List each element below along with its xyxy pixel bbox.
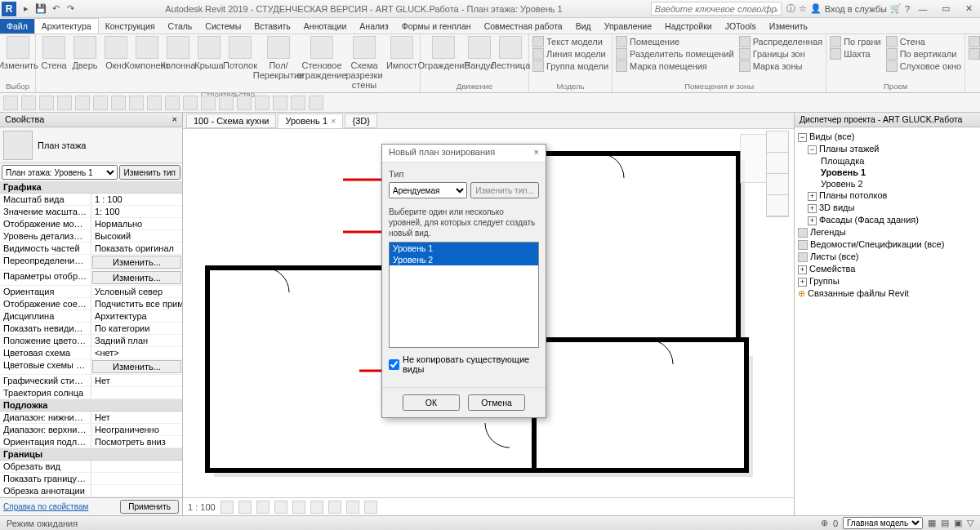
property-row[interactable]: Цветовые схемы сист…Изменить... xyxy=(0,359,182,375)
browser-tree[interactable]: −Виды (все) −Планы этажей Площадка Урове… xyxy=(795,127,980,515)
tab-manage[interactable]: Управление xyxy=(598,19,658,33)
tree-item[interactable]: Площадка xyxy=(798,155,977,167)
tab-structure[interactable]: Конструкция xyxy=(99,19,162,33)
nav-icon[interactable] xyxy=(767,174,788,195)
vertical-button[interactable]: По вертикали xyxy=(886,48,962,60)
column-button[interactable]: Колонна xyxy=(163,36,193,90)
qtool-icon[interactable] xyxy=(93,96,108,110)
user-icon[interactable]: 👤 xyxy=(810,3,822,14)
component-button[interactable]: Компонент xyxy=(132,36,162,90)
dialog-close-icon[interactable]: × xyxy=(534,147,539,159)
property-row[interactable]: Отображение соедине…Подчистить все прим… xyxy=(0,298,182,310)
property-row[interactable]: Ориентация подложкиПосмотреть вниз xyxy=(0,436,182,448)
qtool-icon[interactable] xyxy=(255,96,270,110)
property-row[interactable]: Положение цветовой …Задний план xyxy=(0,335,182,347)
qtool-icon[interactable] xyxy=(237,96,252,110)
tab-annotate[interactable]: Аннотации xyxy=(297,19,354,33)
area-button[interactable]: Распределенная xyxy=(739,36,822,47)
qtool-icon[interactable] xyxy=(39,96,54,110)
property-row[interactable]: Обрезка аннотации xyxy=(0,485,182,497)
vc-icon[interactable] xyxy=(238,501,252,514)
apply-button[interactable]: Применить xyxy=(120,500,179,514)
view-tab[interactable]: {3D} xyxy=(345,114,376,128)
property-row[interactable]: Графический стиль от…Нет xyxy=(0,375,182,387)
tab-addins[interactable]: Надстройки xyxy=(658,19,719,33)
property-row[interactable]: ОриентацияУсловный север xyxy=(0,286,182,298)
mullion-button[interactable]: Импост xyxy=(387,36,416,90)
open-icon[interactable]: ▸ xyxy=(20,2,33,16)
modelline-button[interactable]: Линия модели xyxy=(532,48,608,60)
qtool-icon[interactable] xyxy=(291,96,305,110)
search-input[interactable] xyxy=(651,2,782,16)
areabound-button[interactable]: Границы зон xyxy=(739,48,822,60)
property-row[interactable]: Значение масштаба1: 100 xyxy=(0,206,182,218)
redo-icon[interactable]: ↷ xyxy=(64,2,77,16)
qtool-icon[interactable] xyxy=(75,96,90,110)
type-dropdown[interactable]: Арендуемая xyxy=(389,182,467,198)
roof-button[interactable]: Крыша xyxy=(194,36,224,90)
vc-icon[interactable] xyxy=(364,501,377,514)
status-icon[interactable]: ▽ xyxy=(967,518,973,528)
tab-file[interactable]: Файл xyxy=(0,19,34,33)
status-icon[interactable]: ▣ xyxy=(954,518,962,528)
close-button[interactable]: ✕ xyxy=(959,2,978,16)
qtool-icon[interactable] xyxy=(309,96,323,110)
vc-icon[interactable] xyxy=(328,501,341,514)
maximize-button[interactable]: ▭ xyxy=(936,2,956,16)
property-row[interactable]: Параметры отображе…Изменить... xyxy=(0,270,182,286)
tab-massing[interactable]: Формы и генплан xyxy=(395,19,478,33)
copy-views-checkbox[interactable]: Не копировать существующие виды xyxy=(389,354,539,374)
property-row[interactable]: ДисциплинаАрхитектура xyxy=(0,310,182,323)
ramp-button[interactable]: Пандус xyxy=(465,36,494,70)
vc-icon[interactable] xyxy=(256,501,270,514)
wallopen-button[interactable]: Стена xyxy=(886,36,962,47)
tab-collab[interactable]: Совместная работа xyxy=(478,19,569,33)
curtainwall-button[interactable]: Стеновое ограждение xyxy=(302,36,341,90)
nav-icon[interactable] xyxy=(767,131,788,153)
cancel-button[interactable]: Отмена xyxy=(468,394,525,411)
qtool-icon[interactable] xyxy=(219,96,234,110)
star-icon[interactable]: ☆ xyxy=(799,3,807,14)
tab-view[interactable]: Вид xyxy=(569,19,598,33)
property-row[interactable]: Диапазон: верхний ур…Неограниченно xyxy=(0,424,182,436)
modeltext-button[interactable]: Текст модели xyxy=(532,36,608,47)
ceiling-button[interactable]: Потолок xyxy=(225,36,255,90)
property-row[interactable]: Цветовая схема<нет> xyxy=(0,347,182,359)
door-button[interactable]: Дверь xyxy=(70,36,100,90)
property-grid[interactable]: Графика Масштаб вида1 : 100Значение масш… xyxy=(0,181,182,497)
qtool-icon[interactable] xyxy=(3,96,18,110)
status-icon[interactable]: ▤ xyxy=(941,518,949,528)
railing-button[interactable]: Ограждение xyxy=(424,36,463,70)
shaft-button[interactable]: Шахта xyxy=(830,48,881,60)
areatag-button[interactable]: Марка зоны xyxy=(739,60,822,72)
close-icon[interactable]: × xyxy=(172,114,177,125)
property-row[interactable]: Отображение моделиНормально xyxy=(0,218,182,230)
property-row[interactable]: Траектория солнца xyxy=(0,387,182,399)
tree-item[interactable]: Уровень 2 xyxy=(798,178,977,189)
modelgroup-button[interactable]: Группа модели xyxy=(532,60,608,72)
level-item[interactable]: Уровень 2 xyxy=(390,254,538,265)
edit-type-button[interactable]: Изменить тип... xyxy=(470,182,539,198)
room-button[interactable]: Помещение xyxy=(616,36,734,47)
cart-icon[interactable]: 🛒 xyxy=(890,3,902,14)
info-icon[interactable]: ⓘ xyxy=(786,2,795,15)
property-row[interactable]: Видимость частейПоказать оригинал xyxy=(0,243,182,255)
cat-extent[interactable]: Границы xyxy=(0,448,182,461)
qtool-icon[interactable] xyxy=(147,96,162,110)
properties-help-link[interactable]: Справка по свойствам xyxy=(3,502,88,511)
curtaingrid-button[interactable]: Схема разрезки стены xyxy=(343,36,385,90)
nav-icon[interactable] xyxy=(767,195,788,216)
scale-display[interactable]: 1 : 100 xyxy=(188,502,216,512)
workset-selector[interactable]: Главная модель xyxy=(843,517,923,529)
ok-button[interactable]: ОК xyxy=(403,394,460,411)
grid-button[interactable]: Ось xyxy=(969,48,980,60)
tab-modify[interactable]: Изменить xyxy=(763,19,814,33)
qtool-icon[interactable] xyxy=(111,96,126,110)
level-item[interactable]: Уровень 1 xyxy=(390,243,538,254)
type-selector[interactable]: План этажа: Уровень 1 xyxy=(2,165,118,180)
tab-systems[interactable]: Системы xyxy=(198,19,247,33)
save-icon[interactable]: 💾 xyxy=(34,2,47,16)
view-tab[interactable]: 100 - Схема кухни xyxy=(186,114,276,128)
level-list[interactable]: Уровень 1 Уровень 2 xyxy=(389,242,539,348)
undo-icon[interactable]: ↶ xyxy=(49,2,62,16)
